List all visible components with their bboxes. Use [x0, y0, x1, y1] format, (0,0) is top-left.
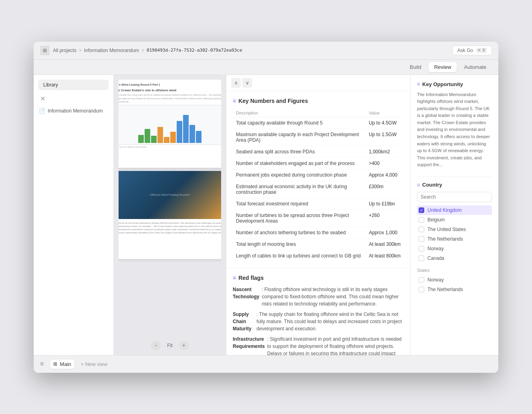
chart-bar-2: [151, 136, 157, 143]
preview-page-2-img-label: Offshore Wind Floating Round 5: [150, 193, 190, 196]
country-checkbox-3: [419, 236, 424, 242]
table-cell-value: Up to 1.5GW: [366, 129, 404, 146]
doc-title-label: Information Memorandum: [48, 108, 103, 114]
country-item-canada[interactable]: Canada: [417, 253, 492, 263]
flag-bold-0: Nascent Technology: [233, 286, 259, 307]
preview-page-2: Offshore Wind Floating Round 5 Round 5 w…: [119, 171, 221, 259]
table-cell-value: Approx 1,000: [366, 227, 404, 238]
table-row: Seabed area split across three PDAs1,000…: [233, 146, 404, 157]
chart-label: Figure 1: Crown UK offshore wind portfol…: [119, 146, 221, 149]
flags-list: Nascent Technology: Floating offshore wi…: [233, 286, 404, 355]
country-label: Country: [422, 182, 442, 188]
sidebar: Library ✕ 📄 Information Memorandum: [34, 75, 114, 355]
key-numbers-icon: ≡: [233, 98, 236, 104]
red-flags-section: ≡ Red flags Nascent Technology: Floating…: [226, 268, 410, 355]
doc-icon: 📄: [38, 108, 45, 114]
doc-title-item[interactable]: 📄 Information Memorandum: [38, 106, 109, 116]
table-header-row: Description Value: [233, 109, 404, 117]
ask-go-kbd: ⌘ K: [476, 48, 487, 53]
breadcrumb-sep1: >: [79, 48, 82, 53]
country-item-the-netherlands[interactable]: The Netherlands: [417, 234, 492, 244]
key-opportunity-label: Key Opportunity: [422, 81, 463, 87]
table-row: Maximum available capacity in each Proje…: [233, 129, 404, 146]
col-value: Value: [366, 109, 404, 117]
table-cell-value: Up to £19bn: [366, 198, 404, 209]
country-label-5: Canada: [427, 255, 444, 261]
country-item-united-kingdom[interactable]: ✓United Kingdom: [417, 205, 492, 215]
breadcrumb-document[interactable]: Information Memorandum: [84, 48, 139, 53]
main-area: Library ✕ 📄 Information Memorandum Offsh…: [34, 75, 498, 355]
country-checkbox-0: ✓: [419, 207, 424, 213]
nav-up-button[interactable]: ∧: [231, 78, 241, 88]
key-opportunity-section: ≡ Key Opportunity The Information Memora…: [417, 81, 492, 169]
country-item-the-united-states[interactable]: The United States: [417, 225, 492, 234]
table-cell-desc: Total length of mooring lines: [233, 238, 366, 250]
menu-icon-button[interactable]: ≡: [40, 360, 44, 368]
key-opportunity-body: The Information Memorandum highlights of…: [417, 91, 492, 169]
table-cell-value: >400: [366, 157, 404, 169]
table-cell-value: +260: [366, 209, 404, 227]
main-tab-label: Main: [60, 361, 71, 367]
flag-item: Supply Chain Maturity: The supply chain …: [233, 311, 404, 332]
country-search-input[interactable]: [417, 192, 492, 202]
tab-build[interactable]: Build: [404, 62, 427, 72]
preview-chart: [119, 105, 221, 145]
col-description: Description: [233, 109, 366, 117]
table-cell-value: 1,000km2: [366, 146, 404, 157]
country-label-1: Belgium: [427, 217, 445, 223]
table-row: Length of cables to link up turbines and…: [233, 250, 404, 261]
table-icon: ⊞: [53, 361, 57, 367]
red-flags-title: Red flags: [238, 275, 264, 281]
preview-page-1: Offshore Wind Leasing Round 5 Part 1 1.3…: [119, 80, 221, 168]
country-item-belgium[interactable]: Belgium: [417, 215, 492, 225]
key-numbers-header: ≡ Key Numbers and Figures: [233, 98, 404, 104]
ask-go-button[interactable]: Ask Go ⌘ K: [452, 46, 492, 55]
flag-bold-1: Supply Chain Maturity: [233, 311, 254, 332]
flag-item: Infrastructure Requirements: Significant…: [233, 336, 404, 355]
fit-button[interactable]: Fit: [167, 343, 172, 348]
nav-down-button[interactable]: ∨: [242, 78, 252, 88]
zoom-out-button[interactable]: −: [151, 341, 161, 350]
table-row: Number of turbines to be spread across t…: [233, 209, 404, 227]
country-label-0: United Kingdom: [427, 207, 461, 213]
sidebar-toggle-button[interactable]: ⊞: [40, 46, 50, 55]
nav-tabs: Build Review Automate: [34, 60, 498, 75]
library-button[interactable]: Library: [38, 80, 109, 90]
states-label: States: [417, 268, 492, 273]
table-row: Total forecast investment requiredUp to …: [233, 198, 404, 209]
country-label-2: The United States: [427, 227, 466, 232]
key-opportunity-title: ≡ Key Opportunity: [417, 81, 492, 87]
flag-bold-2: Infrastructure Requirements: [233, 336, 265, 355]
table-row: Permanent jobs expected during construct…: [233, 169, 404, 181]
chart-bar-4: [164, 137, 169, 143]
flag-text-2: : Significant investment in port and gri…: [267, 336, 404, 355]
far-right-panel: ≡ Key Opportunity The Information Memora…: [410, 75, 498, 355]
country-checkbox-4: [419, 246, 424, 251]
tab-main[interactable]: ⊞ Main: [50, 360, 74, 369]
tab-automate[interactable]: Automate: [458, 62, 492, 72]
table-cell-desc: Permanent jobs expected during construct…: [233, 169, 366, 181]
close-button[interactable]: ✕: [38, 95, 46, 103]
doc-preview: Offshore Wind Leasing Round 5 Part 1 1.3…: [114, 75, 226, 355]
chart-bar-8: [189, 125, 195, 143]
zoom-in-button[interactable]: +: [179, 341, 189, 350]
table-row: Estimated annual economic activity in th…: [233, 181, 404, 198]
preview-section-title: 1.3 The Crown Estate's role in offshore …: [119, 88, 221, 92]
chart-bar-7: [183, 115, 189, 143]
add-view-button[interactable]: + New view: [81, 361, 108, 367]
table-cell-value: Approx 4,000: [366, 169, 404, 181]
chart-bar-3: [157, 127, 163, 143]
country-item-norway[interactable]: Norway: [417, 244, 492, 253]
table-cell-desc: Maximum available capacity in each Proje…: [233, 129, 366, 146]
table-cell-desc: Seabed area split across three PDAs: [233, 146, 366, 157]
country-item-netherlands[interactable]: The Netherlands: [417, 285, 492, 294]
tab-review[interactable]: Review: [429, 62, 457, 72]
table-row: Number of stakeholders engaged as part o…: [233, 157, 404, 169]
country-item-norway[interactable]: Norway: [417, 275, 492, 285]
table-cell-value: Up to 4.5GW: [366, 117, 404, 129]
chart-bar-6: [177, 121, 182, 143]
key-numbers-title: Key Numbers and Figures: [238, 98, 308, 104]
table-row: Number of anchors tethering turbines to …: [233, 227, 404, 238]
breadcrumb-all-projects[interactable]: All projects: [53, 48, 77, 53]
titlebar: ⊞ All projects > Information Memorandum …: [34, 42, 498, 60]
